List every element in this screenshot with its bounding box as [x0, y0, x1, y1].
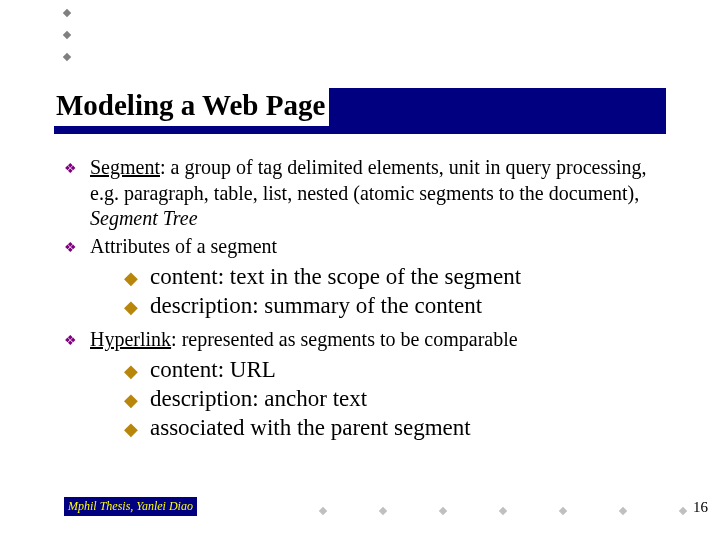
bullet-text: Attributes of a segment — [90, 234, 664, 260]
sub-item: ◆ description: anchor text — [124, 385, 664, 414]
diamond-bullet-icon: ❖ — [64, 234, 90, 257]
bullet-text: Segment: a group of tag delimited elemen… — [90, 155, 664, 232]
decor-dot — [679, 507, 687, 515]
diamond-bullet-icon: ❖ — [64, 155, 90, 178]
sub-item: ◆ content: URL — [124, 356, 664, 385]
diamond-sub-icon: ◆ — [124, 385, 150, 412]
footer-text: Mphil Thesis, Yanlei Diao — [64, 497, 197, 516]
sub-list: ◆ content: URL ◆ description: anchor tex… — [124, 356, 664, 442]
bullet-item: ❖ Hyperlink: represented as segments to … — [64, 327, 664, 353]
diamond-sub-icon: ◆ — [124, 356, 150, 383]
decor-diamond — [63, 31, 71, 39]
footer: Mphil Thesis, Yanlei Diao — [64, 496, 664, 520]
slide-content: ❖ Segment: a group of tag delimited elem… — [64, 155, 664, 449]
sub-text: description: anchor text — [150, 385, 367, 414]
decor-diamond — [63, 9, 71, 17]
diamond-sub-icon: ◆ — [124, 292, 150, 319]
page-number: 16 — [693, 499, 708, 516]
diamond-bullet-icon: ❖ — [64, 327, 90, 350]
diamond-sub-icon: ◆ — [124, 414, 150, 441]
sub-text: content: text in the scope of the segmen… — [150, 263, 521, 292]
sub-list: ◆ content: text in the scope of the segm… — [124, 263, 664, 321]
bullet-item: ❖ Segment: a group of tag delimited elem… — [64, 155, 664, 232]
sub-text: content: URL — [150, 356, 276, 385]
sub-text: associated with the parent segment — [150, 414, 471, 443]
slide-title: Modeling a Web Page — [54, 88, 329, 126]
sub-item: ◆ associated with the parent segment — [124, 414, 664, 443]
decor-diamond — [63, 53, 71, 61]
bullet-text: Hyperlink: represented as segments to be… — [90, 327, 664, 353]
bullet-item: ❖ Attributes of a segment — [64, 234, 664, 260]
sub-item: ◆ description: summary of the content — [124, 292, 664, 321]
title-bar: Modeling a Web Page — [54, 88, 666, 134]
sub-text: description: summary of the content — [150, 292, 482, 321]
sub-item: ◆ content: text in the scope of the segm… — [124, 263, 664, 292]
diamond-sub-icon: ◆ — [124, 263, 150, 290]
